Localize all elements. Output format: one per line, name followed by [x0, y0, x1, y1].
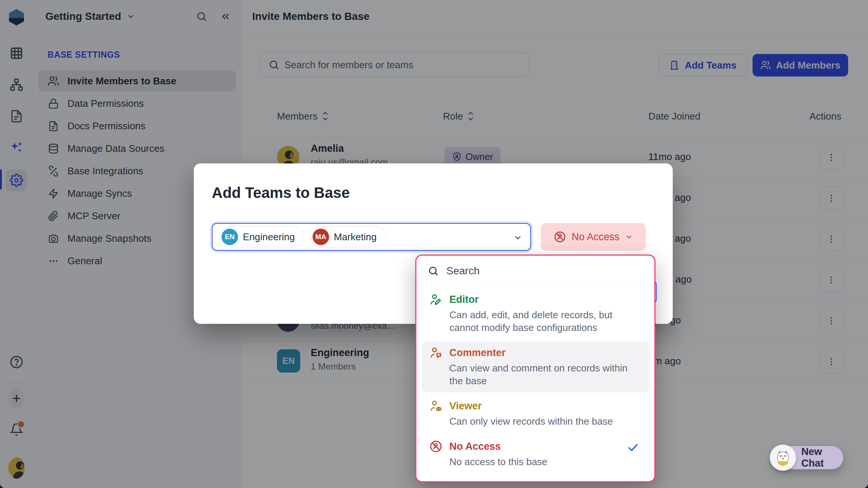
chevron-down-icon — [625, 233, 633, 241]
team-chip-marketing[interactable]: MA Marketing — [310, 226, 386, 247]
role-option-viewer[interactable]: Viewer Can only view records within the … — [422, 395, 649, 433]
role-selector-button[interactable]: No Access — [541, 223, 646, 251]
team-select-input[interactable]: EN Engineering MA Marketing — [212, 223, 531, 251]
team-chip-engineering[interactable]: EN Engineering — [219, 226, 304, 247]
role-option-title: Commenter — [449, 347, 506, 359]
search-icon — [428, 265, 439, 277]
check-icon — [627, 441, 639, 454]
user-eye-icon — [429, 399, 443, 413]
user-comment-icon — [429, 346, 443, 359]
user-pen-icon — [429, 293, 443, 306]
chevron-down-icon[interactable] — [513, 233, 523, 243]
team-chip-initials: MA — [313, 229, 329, 245]
role-option-description: Can add, edit, and delete records, but c… — [449, 308, 642, 334]
user-ban-icon — [554, 231, 566, 243]
role-search — [416, 256, 654, 285]
role-selector-label: No Access — [572, 231, 620, 243]
new-chat-button[interactable]: New Chat — [772, 446, 843, 469]
role-option-description: Can view and comment on records within t… — [449, 362, 642, 387]
role-option-title: Editor — [449, 294, 479, 305]
user-ban-icon — [429, 440, 443, 453]
role-option-title: Viewer — [449, 400, 482, 412]
team-chip-label: Engineering — [243, 231, 295, 243]
team-chip-initials: EN — [221, 229, 238, 245]
role-options-list: Editor Can add, edit, and delete records… — [416, 285, 654, 479]
role-option-editor[interactable]: Editor Can add, edit, and delete records… — [422, 288, 649, 339]
role-option-commenter[interactable]: Commenter Can view and comment on record… — [422, 341, 649, 392]
team-chip-label: Marketing — [334, 231, 377, 243]
role-option-description: No access to this base — [449, 455, 642, 468]
chat-mascot-icon — [770, 445, 796, 471]
role-option-no-access[interactable]: No Access No access to this base — [422, 435, 649, 473]
role-option-title: No Access — [449, 441, 501, 452]
modal-title: Add Teams to Base — [212, 184, 350, 201]
role-dropdown: Editor Can add, edit, and delete records… — [415, 254, 655, 482]
app-window: Getting Started BASE SETTINGS Invite Mem… — [0, 0, 868, 488]
role-search-input[interactable] — [446, 265, 612, 277]
new-chat-label: New Chat — [801, 446, 843, 469]
role-option-description: Can only view records within the base — [449, 415, 642, 428]
